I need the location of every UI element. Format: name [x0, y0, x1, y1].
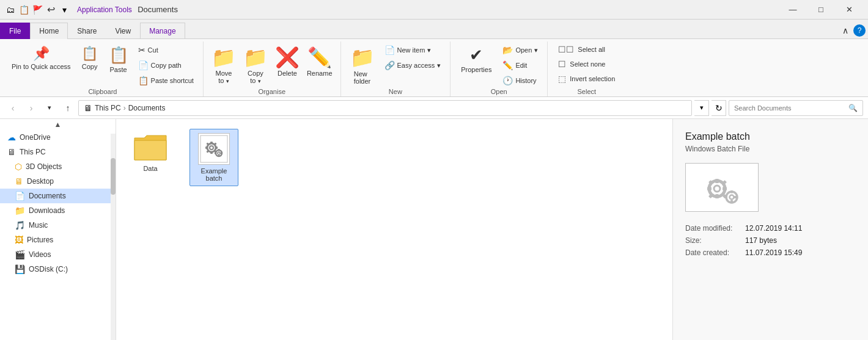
forward-button[interactable]: › — [23, 100, 39, 116]
copy-button[interactable]: 📋 Copy — [76, 43, 103, 73]
close-button[interactable]: ✕ — [835, 0, 863, 20]
pin-label: Pin to Quick access — [12, 63, 71, 70]
up-button[interactable]: ↑ — [60, 100, 76, 116]
open-items: ✔ Properties 📂 Open ▾ ✏️ Edit 🕐 History — [455, 43, 542, 88]
help-button[interactable]: ? — [853, 24, 866, 37]
svg-rect-22 — [723, 187, 727, 190]
edit-icon: ✏️ — [502, 60, 513, 70]
sidebar-item-thispc[interactable]: 🖥 This PC — [0, 145, 116, 159]
music-icon: 🎵 — [15, 220, 25, 230]
svg-point-18 — [714, 186, 720, 192]
history-button[interactable]: 🕐 History — [498, 73, 542, 88]
select-none-button[interactable]: ☐ Select none — [553, 57, 620, 71]
tab-file[interactable]: File — [0, 23, 30, 39]
sidebar-item-osdisk[interactable]: 💾 OSDisk (C:) — [0, 262, 116, 277]
new-folder-icon: 📁 — [350, 46, 375, 69]
open-small-buttons: 📂 Open ▾ ✏️ Edit 🕐 History — [498, 43, 542, 88]
ribbon-collapse-button[interactable]: ∧ — [837, 23, 853, 38]
maximize-button[interactable]: □ — [807, 0, 835, 20]
paste-button[interactable]: 📋 Paste — [105, 43, 133, 76]
refresh-button[interactable]: ↻ — [712, 100, 726, 116]
address-dropdown-button[interactable]: ▾ — [694, 100, 709, 116]
svg-rect-14 — [218, 155, 220, 157]
sidebar-scroll-up[interactable]: ▲ — [0, 119, 116, 130]
examplebatch-name: Example batch — [194, 167, 234, 182]
paste-shortcut-button[interactable]: 📋 Paste shortcut — [134, 73, 198, 88]
address-path[interactable]: 🖥 This PC › Documents — [78, 100, 692, 116]
documents-path[interactable]: Documents — [128, 104, 166, 112]
invert-selection-button[interactable]: ⬚ Invert selection — [553, 72, 620, 85]
search-box[interactable]: 🔍 — [729, 100, 863, 116]
svg-rect-6 — [215, 146, 218, 149]
back-button[interactable]: ‹ — [5, 100, 21, 116]
dropdown-arrow-icon[interactable]: ▾ — [59, 4, 70, 15]
sidebar-item-pictures[interactable]: 🖼 Pictures — [0, 233, 116, 247]
tab-share[interactable]: Share — [68, 23, 106, 39]
sidebar-item-documents[interactable]: 📄 Documents — [0, 189, 116, 203]
cut-button[interactable]: ✂ Cut — [134, 43, 198, 57]
paste-label: Paste — [110, 66, 127, 73]
delete-button[interactable]: ❌ Delete — [272, 43, 303, 79]
tab-manage[interactable]: Manage — [140, 23, 185, 39]
file-item-examplebatch[interactable]: Example batch — [189, 129, 238, 186]
new-item-button[interactable]: 📄 New item ▾ — [380, 43, 446, 57]
ribbon-chevrons: ∧ ? — [837, 23, 868, 38]
sidebar-item-music[interactable]: 🎵 Music — [0, 218, 116, 233]
copy-path-button[interactable]: 📄 Copy path — [134, 58, 198, 73]
select-none-icon: ☐ — [558, 59, 566, 69]
ribbon: 📌 Pin to Quick access 📋 Copy 📋 Paste ✂ C… — [0, 39, 868, 97]
dropdown-recent-button[interactable]: ▾ — [42, 100, 57, 116]
3dobjects-label: 3D Objects — [26, 162, 62, 171]
detail-date-modified-row: Date modified: 12.07.2019 14:11 — [685, 224, 856, 233]
new-folder-label: Newfolder — [354, 70, 371, 85]
flag-icon: 🚩 — [32, 4, 43, 15]
move-to-button[interactable]: 📁 Moveto ▾ — [208, 43, 239, 86]
sidebar-item-3dobjects[interactable]: ⬡ 3D Objects — [0, 159, 116, 174]
tab-view[interactable]: View — [106, 23, 140, 39]
new-item-icon: 📄 — [384, 45, 395, 55]
pin-to-quick-access-button[interactable]: 📌 Pin to Quick access — [7, 43, 75, 73]
open-button[interactable]: 📂 Open ▾ — [498, 43, 542, 57]
move-icon: 📁 — [211, 46, 236, 69]
svg-rect-5 — [205, 146, 208, 149]
this-pc-path[interactable]: This PC — [95, 104, 121, 112]
detail-thumbnail — [685, 163, 759, 212]
select-all-icon: ☐☐ — [558, 45, 574, 54]
thispc-icon: 🖥 — [7, 147, 16, 157]
easy-access-button[interactable]: 🔗 Easy access ▾ — [380, 58, 446, 73]
clipboard-small-buttons: ✂ Cut 📄 Copy path 📋 Paste shortcut — [134, 43, 198, 88]
new-folder-button[interactable]: 📁 Newfolder — [346, 43, 379, 88]
open-icon: 📂 — [502, 45, 513, 55]
save-icon: 📋 — [18, 4, 29, 15]
properties-button[interactable]: ✔ Properties — [455, 43, 497, 76]
videos-label: Videos — [29, 250, 51, 259]
select-all-button[interactable]: ☐☐ Select all — [553, 43, 620, 56]
rename-label: Rename — [307, 70, 333, 77]
select-buttons: ☐☐ Select all ☐ Select none ⬚ Invert sel… — [553, 43, 620, 85]
minimize-button[interactable]: — — [779, 0, 807, 20]
edit-button[interactable]: ✏️ Edit — [498, 58, 542, 73]
undo-button[interactable]: ↩ — [45, 4, 56, 15]
rename-button[interactable]: ✏️ Rename — [304, 43, 336, 79]
pin-icon: 📌 — [33, 46, 50, 62]
sidebar-scroll: ☁ OneDrive 🖥 This PC ⬡ 3D Objects 🖥 Desk… — [0, 130, 116, 340]
sidebar-item-onedrive[interactable]: ☁ OneDrive — [0, 130, 116, 145]
sidebar-item-videos[interactable]: 🎬 Videos — [0, 247, 116, 262]
date-created-value: 11.07.2019 15:49 — [745, 248, 802, 257]
rename-icon: ✏️ — [307, 46, 332, 69]
copy-to-button[interactable]: 📁 Copyto ▾ — [240, 43, 271, 86]
sidebar-scrollbar-thumb[interactable] — [111, 158, 116, 195]
new-small-buttons: 📄 New item ▾ 🔗 Easy access ▾ — [380, 43, 446, 73]
doc-title-label: Documents — [138, 5, 178, 14]
sidebar-item-downloads[interactable]: 📁 Downloads — [0, 203, 116, 218]
copy-path-label: Copy path — [151, 62, 182, 69]
sidebar-scrollbar[interactable] — [111, 134, 116, 340]
file-item-data[interactable]: Data — [126, 129, 175, 186]
search-icon[interactable]: 🔍 — [848, 104, 858, 112]
osdisk-icon: 💾 — [15, 264, 25, 274]
tab-home[interactable]: Home — [30, 23, 68, 39]
sidebar-item-desktop[interactable]: 🖥 Desktop — [0, 174, 116, 189]
search-input[interactable] — [734, 104, 846, 112]
svg-rect-20 — [715, 194, 719, 198]
svg-rect-13 — [218, 149, 220, 151]
